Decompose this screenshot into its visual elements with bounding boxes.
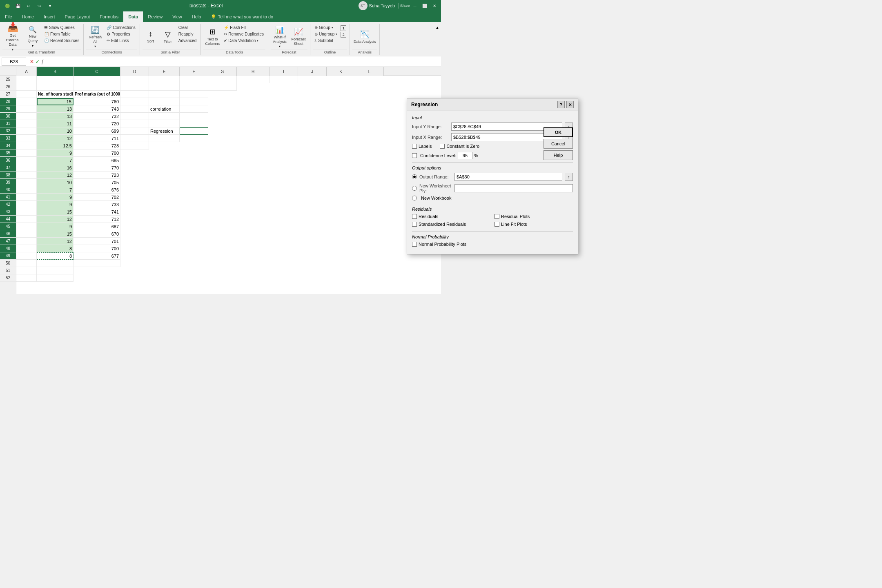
redo-button[interactable]: ↪ [35,2,43,10]
row-header-52[interactable]: 52 [0,274,16,282]
cell-c26[interactable] [74,83,120,91]
cell-c31[interactable]: 720 [74,120,120,127]
data-analysis-button[interactable]: 📉 Data Analysis [352,24,377,49]
tab-file[interactable]: File [0,11,17,22]
group-button[interactable]: ⊕ Group ▾ [313,24,339,31]
edit-links-button[interactable]: ✏ Edit Links [105,38,137,44]
cell-a38[interactable] [16,172,37,179]
col-header-c[interactable]: C [74,67,120,76]
cell-b52[interactable] [37,274,74,282]
cell-c47[interactable]: 701 [74,238,120,245]
cell-g25[interactable] [208,76,237,83]
recent-sources-button[interactable]: 🕐 Recent Sources [42,38,81,44]
cell-b51[interactable] [37,267,74,274]
cancel-formula-icon[interactable]: ✕ [30,59,34,65]
minimize-button[interactable]: ─ [412,2,418,9]
confidence-checkbox[interactable] [412,153,417,158]
row-header-48[interactable]: 48 [0,245,16,252]
cell-a34[interactable] [16,142,37,149]
cell-c43[interactable]: 741 [74,208,120,216]
cell-d28[interactable] [120,98,149,105]
cell-c48[interactable]: 700 [74,245,120,252]
new-worksheet-radio[interactable] [412,186,417,191]
cell-a48[interactable] [16,245,37,252]
cell-f29[interactable] [180,105,208,113]
tab-formulas[interactable]: Formulas [95,11,123,22]
normal-plots-checkbox[interactable] [412,242,417,247]
cell-a43[interactable] [16,208,37,216]
cell-b46[interactable]: 15 [37,230,74,238]
cell-b38[interactable]: 12 [37,172,74,179]
cell-a45[interactable] [16,223,37,230]
cell-c44[interactable]: 712 [74,216,120,223]
cell-a42[interactable] [16,201,37,208]
cell-b28[interactable]: 15 [37,98,74,105]
cell-h25[interactable] [237,76,270,83]
get-external-data-button[interactable]: 📥 Get ExternalData ▾ [2,24,23,49]
cell-b48[interactable]: 8 [37,245,74,252]
undo-button[interactable]: ↩ [24,2,33,10]
col-header-j[interactable]: J [298,67,327,76]
cell-a36[interactable] [16,157,37,164]
cell-c40[interactable]: 676 [74,186,120,194]
cell-b26[interactable] [37,83,74,91]
cell-a41[interactable] [16,194,37,201]
tab-insert[interactable]: Insert [39,11,60,22]
cell-b32[interactable]: 10 [37,127,74,135]
row-header-31[interactable]: 31 [0,120,16,127]
cell-c34[interactable]: 728 [74,142,120,149]
row-header-39[interactable]: 39 [0,179,16,186]
cell-b43[interactable]: 15 [37,208,74,216]
close-button[interactable]: ✕ [431,2,438,9]
filter-button[interactable]: ▽ Filter [160,24,176,49]
cell-a37[interactable] [16,164,37,172]
new-query-button[interactable]: 🔍 NewQuery ▾ [24,24,42,49]
cell-e32[interactable]: Regression [149,127,180,135]
cell-a52[interactable] [16,274,37,282]
cell-b42[interactable]: 9 [37,201,74,208]
cell-c25[interactable] [74,76,120,83]
save-button[interactable]: 💾 [14,2,22,10]
share-button[interactable]: Share [402,2,408,9]
cell-b33[interactable]: 12 [37,135,74,142]
customize-qat-button[interactable]: ▾ [46,2,54,10]
cell-e33[interactable] [149,135,180,142]
advanced-button[interactable]: Advanced [177,38,198,44]
data-validation-button[interactable]: ✔ Data Validation ▾ [222,38,265,44]
cell-c32[interactable]: 699 [74,127,120,135]
cell-f32[interactable] [180,127,208,135]
cell-e29[interactable]: correlation [149,105,180,113]
cell-b35[interactable]: 9 [37,149,74,157]
cell-b29[interactable]: 13 [37,105,74,113]
cell-d34[interactable] [120,142,149,149]
cell-a32[interactable] [16,127,37,135]
row-header-27[interactable]: 27 [0,91,16,98]
cell-f25[interactable] [180,76,208,83]
cell-b49[interactable]: 8 [37,252,74,260]
cell-i25[interactable] [270,76,298,83]
row-header-43[interactable]: 43 [0,208,16,216]
cell-b36[interactable]: 7 [37,157,74,164]
confirm-formula-icon[interactable]: ✓ [36,59,40,65]
col-header-e[interactable]: E [149,67,180,76]
cell-b47[interactable]: 12 [37,238,74,245]
row-header-29[interactable]: 29 [0,105,16,113]
cell-d26[interactable] [120,83,149,91]
cell-g26[interactable] [208,83,237,91]
cell-d32[interactable] [120,127,149,135]
cell-c49[interactable]: 677 [74,252,120,260]
tab-help[interactable]: Help [187,11,206,22]
cell-a27[interactable] [16,91,37,98]
row-header-51[interactable]: 51 [0,267,16,274]
cell-a28[interactable] [16,98,37,105]
cell-a25[interactable] [16,76,37,83]
cell-c33[interactable]: 711 [74,135,120,142]
row-header-34[interactable]: 34 [0,142,16,149]
cell-d33[interactable] [120,135,149,142]
cell-a35[interactable] [16,149,37,157]
col-header-f[interactable]: F [180,67,208,76]
row-header-25[interactable]: 25 [0,76,16,83]
cell-b50[interactable] [37,260,74,267]
row-header-46[interactable]: 46 [0,230,16,238]
ungroup-button[interactable]: ⊖ Ungroup ▾ [313,31,339,37]
